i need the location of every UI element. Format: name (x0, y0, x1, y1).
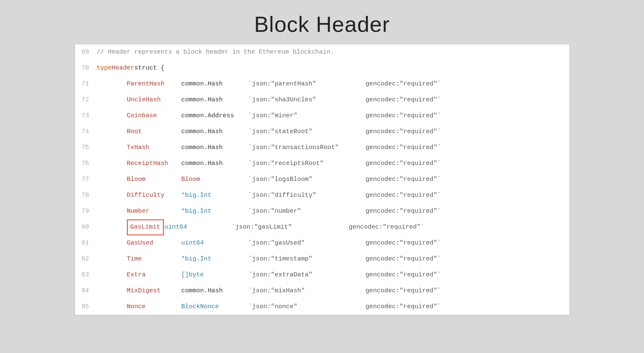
field-type: *big.Int (181, 251, 248, 267)
line-number: 78 (75, 188, 97, 204)
code-row: 77 BloomBloom`json:"logsBloom"gencodec:"… (75, 172, 569, 188)
field-name: Difficulty (127, 188, 181, 204)
field-type: *big.Int (181, 204, 248, 219)
gencodec-tag: gencodec:"required"` (366, 299, 441, 315)
line-number: 80 (75, 219, 97, 235)
line-number: 81 (75, 235, 97, 251)
field-type: common.Hash (181, 283, 248, 299)
code-panel: 69// Header represents a block header in… (75, 44, 569, 315)
gencodec-tag: gencodec:"required"` (366, 188, 441, 204)
code-line-content: GasUseduint64`json:"gasUsed"gencodec:"re… (97, 235, 569, 251)
field-name: Coinbase (127, 108, 181, 124)
code-line-content: Difficulty*big.Int`json:"difficulty"genc… (97, 188, 569, 204)
code-row: 73 Coinbasecommon.Address`json:"miner"ge… (75, 108, 569, 124)
code-line-content: Time*big.Int`json:"timestamp"gencodec:"r… (97, 251, 569, 267)
code-line-content: UncleHashcommon.Hash`json:"sha3Uncles"ge… (97, 92, 569, 108)
field-type: common.Address (181, 108, 248, 124)
code-line-content: MixDigestcommon.Hash`json:"mixHash"genco… (97, 283, 569, 299)
line-number: 75 (75, 140, 97, 156)
code-line-content: type Header struct { (97, 60, 569, 76)
field-name: Nonce (127, 299, 181, 315)
code-row: 78 Difficulty*big.Int`json:"difficulty"g… (75, 188, 569, 204)
struct-name: Header (112, 60, 134, 76)
code-line-content: GasLimituint64`json:"gasLimit"gencodec:"… (97, 219, 569, 235)
json-tag: `json:"number" (248, 204, 366, 219)
gencodec-tag: gencodec:"required"` (366, 108, 441, 124)
field-name: Bloom (127, 172, 181, 188)
keyword-type: type (97, 60, 112, 76)
field-type: common.Hash (181, 156, 248, 172)
json-tag: `json:"difficulty" (248, 188, 366, 204)
field-name: ParentHash (127, 76, 181, 92)
gencodec-tag: gencodec:"required"` (349, 219, 424, 235)
comment-text: // Header represents a block header in t… (97, 44, 334, 60)
code-line-content: BloomBloom`json:"logsBloom"gencodec:"req… (97, 172, 569, 188)
gencodec-tag: gencodec:"required"` (366, 235, 441, 251)
code-row: 82 Time*big.Int`json:"timestamp"gencodec… (75, 251, 569, 267)
json-tag: `json:"stateRoot" (248, 124, 366, 140)
code-row: 71 ParentHashcommon.Hash`json:"parentHas… (75, 76, 569, 92)
json-tag: `json:"parentHash" (248, 76, 366, 92)
json-tag: `json:"transactionsRoot" (248, 140, 366, 156)
code-row: 74 Rootcommon.Hash`json:"stateRoot"genco… (75, 124, 569, 140)
gencodec-tag: gencodec:"required"` (366, 124, 441, 140)
code-row: 79 Number*big.Int`json:"number"gencodec:… (75, 204, 569, 219)
json-tag: `json:"gasUsed" (248, 235, 366, 251)
field-type: uint64 (181, 235, 248, 251)
line-number: 84 (75, 283, 97, 299)
field-type: BlockNonce (181, 299, 248, 315)
code-row: 84 MixDigestcommon.Hash`json:"mixHash"ge… (75, 283, 569, 299)
page-title: Block Header (254, 12, 390, 37)
line-number: 69 (75, 44, 97, 60)
line-number: 77 (75, 172, 97, 188)
code-row: 70type Header struct { (75, 60, 569, 76)
code-line-content: ParentHashcommon.Hash`json:"parentHash"g… (97, 76, 569, 92)
code-row: 81 GasUseduint64`json:"gasUsed"gencodec:… (75, 235, 569, 251)
code-line-content: ReceiptHashcommon.Hash`json:"receiptsRoo… (97, 156, 569, 172)
json-tag: `json:"sha3Uncles" (248, 92, 366, 108)
json-tag: `json:"mixHash" (248, 283, 366, 299)
line-number: 73 (75, 108, 97, 124)
field-type: common.Hash (181, 124, 248, 140)
field-name: Extra (127, 267, 181, 283)
json-tag: `json:"logsBloom" (248, 172, 366, 188)
field-name: UncleHash (127, 92, 181, 108)
code-row: 80 GasLimituint64`json:"gasLimit"gencode… (75, 219, 569, 235)
code-line-content: // Header represents a block header in t… (97, 44, 569, 60)
field-type: *big.Int (181, 188, 248, 204)
line-number: 74 (75, 124, 97, 140)
line-number: 85 (75, 299, 97, 315)
line-number: 76 (75, 156, 97, 172)
field-type: common.Hash (181, 76, 248, 92)
code-row: 83 Extra[]byte`json:"extraData"gencodec:… (75, 267, 569, 283)
code-line-content: NonceBlockNonce`json:"nonce"gencodec:"re… (97, 299, 569, 315)
code-row: 76 ReceiptHashcommon.Hash`json:"receipts… (75, 156, 569, 172)
gencodec-tag: gencodec:"required"` (366, 283, 441, 299)
json-tag: `json:"extraData" (248, 267, 366, 283)
gencodec-tag: gencodec:"required"` (366, 140, 441, 156)
field-name: MixDigest (127, 283, 181, 299)
line-number: 82 (75, 251, 97, 267)
gencodec-tag: gencodec:"required"` (366, 76, 441, 92)
field-type: common.Hash (181, 140, 248, 156)
gencodec-tag: gencodec:"required"` (366, 251, 441, 267)
line-number: 72 (75, 92, 97, 108)
gencodec-tag: gencodec:"required"` (366, 172, 441, 188)
field-name: GasUsed (127, 235, 181, 251)
gencodec-tag: gencodec:"required"` (366, 156, 441, 172)
code-line-content: TxHashcommon.Hash`json:"transactionsRoot… (97, 140, 569, 156)
json-tag: `json:"timestamp" (248, 251, 366, 267)
field-type: []byte (181, 267, 248, 283)
code-line-content: Coinbasecommon.Address`json:"miner"genco… (97, 108, 569, 124)
json-tag: `json:"nonce" (248, 299, 366, 315)
gencodec-tag: gencodec:"required"` (366, 267, 441, 283)
line-number: 79 (75, 204, 97, 219)
line-number: 83 (75, 267, 97, 283)
highlighted-field-name: GasLimit (127, 219, 164, 235)
code-row: 72 UncleHashcommon.Hash`json:"sha3Uncles… (75, 92, 569, 108)
field-name: Root (127, 124, 181, 140)
code-row: 75 TxHashcommon.Hash`json:"transactionsR… (75, 140, 569, 156)
code-line-content: Rootcommon.Hash`json:"stateRoot"gencodec… (97, 124, 569, 140)
field-name: Number (127, 204, 181, 219)
json-tag: `json:"miner" (248, 108, 366, 124)
